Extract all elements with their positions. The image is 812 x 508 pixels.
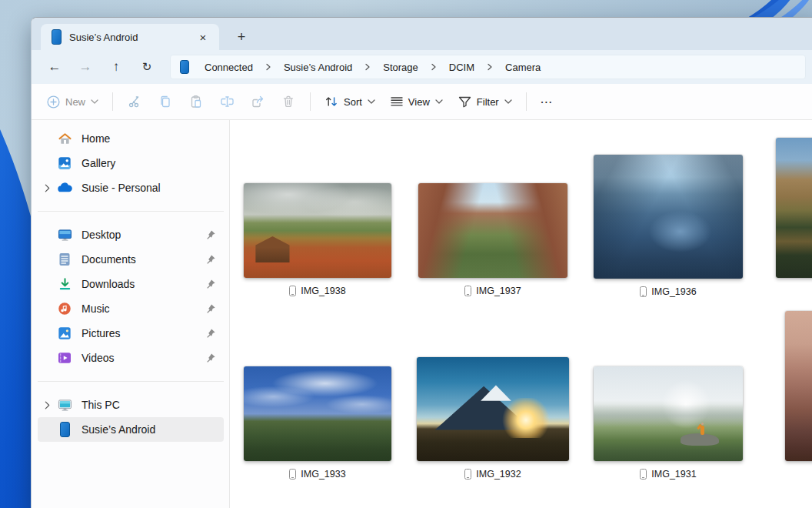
filter-button[interactable]: Filter [451,92,520,112]
desktop-wallpaper: Susie’s Android × + ← → ↑ ↻ Connected Su… [0,0,812,508]
sidebar-item-susies-android[interactable]: Susie’s Android [38,417,224,442]
on-device-phone-icon [640,286,647,297]
home-icon [56,132,73,146]
breadcrumb-storage[interactable]: Storage [375,58,426,76]
sidebar-separator [38,381,224,382]
file-img-1931[interactable]: IMG_1931 [594,366,743,480]
phone-icon [180,60,189,74]
breadcrumb-device[interactable]: Susie’s Android [276,58,360,76]
file-label: IMG_1932 [417,469,569,480]
file-grid[interactable]: IMG_1938 IMG_1937 IMG_1936 [230,120,812,508]
new-tab-button[interactable]: + [230,26,253,48]
desktop-icon [56,229,73,242]
phone-icon [56,422,73,437]
file-partially-visible[interactable] [776,138,812,278]
pin-icon [205,229,216,240]
chevron-right-icon[interactable] [38,401,56,409]
photo-thumbnail [417,357,569,461]
this-pc-icon [56,399,73,412]
paste-button[interactable] [181,89,211,115]
filter-funnel-icon [458,96,471,108]
address-breadcrumb-bar[interactable]: Connected Susie’s Android Storage DCIM C… [170,55,806,79]
photo-thumbnail [594,366,743,461]
sidebar-item-downloads[interactable]: Downloads [38,272,224,296]
chevron-down-icon [504,99,512,104]
file-label: IMG_1937 [418,286,567,296]
file-img-1937[interactable]: IMG_1937 [418,183,567,296]
view-button[interactable]: View [383,92,451,112]
sidebar-item-this-pc[interactable]: This PC [38,393,224,417]
downloads-icon [56,277,73,291]
toolbar-separator [112,92,113,111]
sidebar-item-desktop[interactable]: Desktop [38,222,224,247]
file-partially-visible[interactable] [785,311,812,461]
sidebar-item-music[interactable]: Music [38,296,224,321]
phone-icon [52,29,62,45]
sidebar-separator [38,211,224,212]
chevron-right-icon[interactable] [38,184,56,192]
rename-button[interactable] [211,89,242,115]
file-label: IMG_1938 [244,286,391,296]
file-img-1936[interactable]: IMG_1936 [594,155,743,297]
pin-icon [205,279,216,289]
pin-icon [205,328,216,339]
chevron-down-icon [91,99,98,104]
on-device-phone-icon [464,469,471,480]
photo-thumbnail [418,183,567,278]
file-img-1932[interactable]: IMG_1932 [417,357,569,480]
sidebar-item-videos[interactable]: Videos [38,346,224,370]
chevron-right-icon [361,63,374,71]
tab-susies-android[interactable]: Susie’s Android × [41,24,219,50]
on-device-phone-icon [640,469,647,480]
pin-icon [205,303,216,314]
onedrive-cloud-icon [56,182,73,193]
copy-button[interactable] [150,89,181,115]
sort-button-label: Sort [344,96,362,108]
videos-icon [56,352,73,364]
sort-button[interactable]: Sort [317,91,383,112]
share-button[interactable] [242,89,273,115]
photo-thumbnail [594,155,743,279]
plus-circle-icon [47,95,60,109]
cut-button[interactable] [119,89,150,115]
back-button[interactable]: ← [39,55,70,79]
filter-button-label: Filter [477,96,499,108]
view-lines-icon [391,96,403,107]
file-img-1933[interactable]: IMG_1933 [244,366,391,480]
sidebar-item-pictures[interactable]: Pictures [38,321,224,346]
forward-button[interactable]: → [70,55,101,79]
photo-thumbnail [244,183,391,278]
gallery-icon [56,156,73,170]
music-icon [56,302,73,316]
command-toolbar: New [32,84,812,120]
breadcrumb-connected[interactable]: Connected [197,58,261,76]
up-button[interactable]: ↑ [101,55,131,79]
sidebar-item-documents[interactable]: Documents [38,247,224,272]
file-label: IMG_1933 [244,469,391,480]
new-button[interactable]: New [39,91,106,113]
refresh-button[interactable]: ↻ [131,55,162,79]
chevron-right-icon [484,63,496,71]
chevron-right-icon [262,63,275,71]
photo-thumbnail [785,311,812,461]
see-more-button[interactable]: ⋯ [533,89,561,115]
tab-bar: Susie’s Android × + [32,18,812,50]
chevron-down-icon [435,99,443,104]
pin-icon [205,254,216,265]
on-device-phone-icon [464,286,471,296]
on-device-phone-icon [289,469,296,480]
sort-arrows-icon [324,95,338,108]
chevron-down-icon [368,99,375,104]
breadcrumb-camera[interactable]: Camera [498,58,548,76]
sidebar-item-gallery[interactable]: Gallery [38,151,224,175]
breadcrumb-dcim[interactable]: DCIM [441,58,482,76]
sidebar-item-home[interactable]: Home [38,126,224,151]
toolbar-separator [526,92,527,111]
file-img-1938[interactable]: IMG_1938 [244,183,391,296]
navigation-bar: ← → ↑ ↻ Connected Susie’s Android Storag… [32,50,812,84]
photo-thumbnail [776,138,812,278]
sidebar-item-onedrive[interactable]: Susie - Personal [38,175,224,200]
delete-button[interactable] [273,89,304,115]
file-explorer-window: Susie’s Android × + ← → ↑ ↻ Connected Su… [31,17,812,508]
close-tab-icon[interactable]: × [195,28,211,45]
